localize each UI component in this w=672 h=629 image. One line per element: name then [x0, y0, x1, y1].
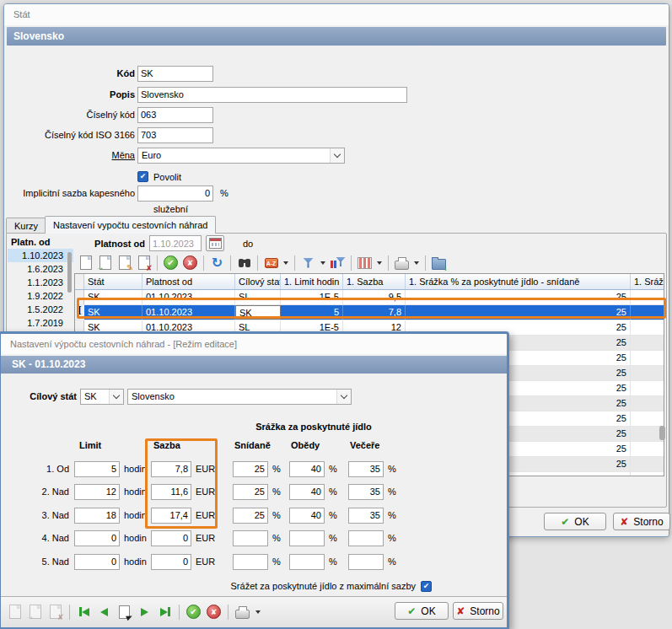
column-header-sazba[interactable]: 1. Sazba [343, 274, 406, 289]
print-button[interactable] [393, 254, 411, 271]
snidane-input-5[interactable] [233, 554, 268, 570]
sort-dropdown-arrow[interactable] [283, 261, 288, 265]
cilovy-code-dropdown-button[interactable] [109, 390, 123, 404]
copy-record-button[interactable] [96, 254, 114, 271]
column-header-cilovy[interactable]: Cílový stat [235, 274, 281, 289]
toolbar-separator [69, 605, 70, 620]
kod-input[interactable] [137, 66, 213, 82]
cilovy-stat-code-combo[interactable]: SK [80, 389, 124, 405]
popis-input[interactable] [137, 87, 407, 103]
column-header-stat[interactable]: Stát [84, 274, 142, 289]
date-list-item[interactable]: 1.6.2023 [8, 262, 73, 276]
date-list-scrollbar[interactable] [67, 252, 72, 293]
date-list-item[interactable]: 1.1.2023 [8, 276, 73, 289]
sazba-input-1[interactable] [151, 461, 191, 477]
column-header-platnost[interactable]: Platnost od [142, 274, 235, 289]
vecere-input-4[interactable] [348, 530, 384, 546]
last-record-button[interactable] [156, 603, 174, 621]
snidane-input-3[interactable] [233, 508, 268, 524]
sazba-input-5[interactable] [151, 554, 191, 570]
dialog-titlebar[interactable]: Nastavení výpočtu cestovních náhrad - [R… [1, 334, 507, 354]
snidane-input-4[interactable] [233, 530, 268, 546]
copy-record-button[interactable] [26, 603, 44, 621]
platnost-od-input[interactable] [149, 235, 202, 251]
tab-kurzy[interactable]: Kurzy [6, 218, 46, 233]
calendar-button[interactable] [206, 235, 224, 251]
cancel-button[interactable] [205, 603, 223, 621]
filter-button[interactable] [299, 254, 317, 271]
date-list-item[interactable]: 1.10.2023 [8, 249, 73, 262]
print-dropdown-arrow[interactable] [255, 610, 261, 614]
limit-input-2[interactable] [74, 484, 120, 500]
cilovy-stat-name-combo[interactable]: Slovensko [127, 389, 352, 405]
delete-record-button[interactable] [135, 254, 153, 271]
column-header-srazka-snidane[interactable]: 1. Srážka % za poskytnuté jídlo - snídan… [406, 274, 631, 289]
stat-window-titlebar[interactable]: Stát [4, 4, 669, 25]
window-storno-button[interactable]: ✘ Storno [613, 513, 670, 530]
snidane-input-2[interactable] [233, 484, 268, 500]
table-row[interactable]: SK 01.10.2023 SI 1E-5 9,5 25 [75, 290, 664, 305]
folder-export-icon [432, 259, 446, 270]
new-record-button[interactable] [77, 254, 94, 271]
limit-input-4[interactable] [74, 530, 120, 546]
new-record-button[interactable] [6, 603, 24, 621]
print-dropdown-arrow[interactable] [414, 261, 419, 265]
confirm-button[interactable] [162, 254, 180, 271]
vecere-input-1[interactable] [348, 461, 384, 477]
table-row-selected[interactable]: SK 01.10.2023 SK 5 7,8 25 [75, 305, 664, 320]
delete-record-button[interactable] [46, 603, 64, 621]
filter-stats-button[interactable] [329, 254, 347, 271]
cilovy-name-dropdown-button[interactable] [336, 390, 351, 404]
date-list-item[interactable]: 1.7.2019 [8, 316, 73, 330]
mena-combo[interactable]: Euro [137, 148, 345, 164]
povolit-checkbox[interactable] [137, 171, 148, 182]
columns-dropdown-arrow[interactable] [377, 261, 382, 265]
dialog-ok-button[interactable]: ✔ OK [395, 602, 449, 620]
obedy-input-4[interactable] [289, 530, 325, 546]
snidane-input-1[interactable] [233, 461, 268, 477]
vecere-input-3[interactable] [348, 508, 384, 524]
edit-record-button[interactable] [116, 254, 133, 271]
date-list-item[interactable]: 1.9.2022 [8, 289, 73, 303]
previous-record-button[interactable] [95, 603, 113, 621]
obedy-input-3[interactable] [289, 508, 325, 524]
mena-label[interactable]: Měna [7, 148, 135, 164]
sazba-input-3[interactable] [151, 508, 191, 524]
dialog-storno-button[interactable]: ✘ Storno [453, 602, 503, 620]
sazba-input-2[interactable] [151, 484, 191, 500]
search-button[interactable] [235, 254, 253, 271]
confirm-button[interactable] [185, 603, 202, 621]
limit-input-3[interactable] [74, 508, 120, 524]
obedy-input-2[interactable] [289, 484, 325, 500]
export-button[interactable] [430, 254, 448, 271]
limit-input-1[interactable] [74, 461, 120, 477]
column-header-srazka-pos[interactable]: 1. Srážka % za pos [631, 274, 664, 289]
date-list-item[interactable]: 1.5.2022 [8, 303, 73, 316]
inline-edit-cell[interactable]: SK [235, 305, 281, 320]
vecere-input-5[interactable] [348, 554, 384, 570]
cancel-button[interactable] [181, 254, 199, 271]
column-header-limit[interactable]: 1. Limit hodin [281, 274, 343, 289]
obedy-input-1[interactable] [289, 461, 325, 477]
mena-dropdown-button[interactable] [330, 148, 344, 163]
refresh-button[interactable] [208, 254, 226, 271]
ciselny-kod-input[interactable] [137, 107, 213, 123]
vecere-input-2[interactable] [348, 484, 384, 500]
table-scrollbar-thumb[interactable] [659, 426, 665, 440]
columns-button[interactable] [356, 254, 374, 271]
tab-nastaveni-nahrad[interactable]: Nastavení vypočtu cestovních náhrad [45, 216, 216, 234]
limit-input-5[interactable] [74, 554, 120, 570]
first-record-button[interactable] [75, 603, 93, 621]
window-ok-button[interactable]: ✔ OK [544, 513, 606, 530]
next-record-button[interactable] [136, 603, 153, 621]
obedy-input-5[interactable] [289, 554, 325, 570]
sazba-input-4[interactable] [151, 530, 191, 546]
sort-button[interactable] [262, 254, 280, 271]
iso-kod-input[interactable] [137, 127, 213, 143]
filter-dropdown-arrow[interactable] [320, 261, 325, 265]
toolbar-separator [179, 605, 180, 620]
record-list-button[interactable] [116, 603, 133, 621]
print-button[interactable] [234, 603, 251, 621]
kapesne-input[interactable] [137, 185, 213, 202]
srazet-checkbox[interactable] [421, 581, 432, 592]
